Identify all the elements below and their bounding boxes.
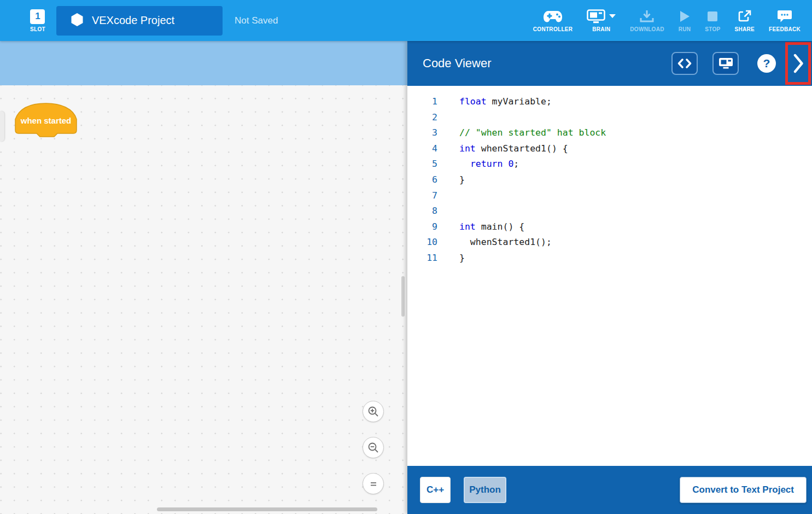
language-python-button[interactable]: Python bbox=[464, 477, 506, 503]
share-icon bbox=[738, 9, 752, 24]
line-code bbox=[437, 203, 459, 219]
line-code: // "when started" hat block bbox=[437, 125, 606, 141]
line-number: 4 bbox=[407, 141, 437, 157]
top-toolbar: 1 SLOT VEXcode Project Not Saved bbox=[0, 0, 812, 41]
code-line: 8 bbox=[407, 203, 812, 219]
code-editor-area[interactable]: 1float myVariable;23// "when started" ha… bbox=[407, 86, 812, 466]
code-line: 10 whenStarted1(); bbox=[407, 235, 812, 250]
run-icon bbox=[679, 9, 691, 24]
line-number: 3 bbox=[407, 125, 437, 141]
code-line: 9int main() { bbox=[407, 219, 812, 235]
run-label: RUN bbox=[679, 26, 691, 32]
code-line: 4int whenStarted1() { bbox=[407, 141, 812, 157]
line-number: 7 bbox=[407, 188, 437, 204]
code-viewer-header: Code Viewer ? bbox=[407, 41, 812, 86]
line-number: 11 bbox=[407, 250, 437, 266]
code-lines: 1float myVariable;23// "when started" ha… bbox=[407, 94, 812, 266]
toolbar-actions: CONTROLLER BRAIN bbox=[526, 9, 808, 32]
help-button[interactable]: ? bbox=[757, 54, 776, 73]
collapse-panel-button[interactable] bbox=[788, 45, 808, 82]
slot-label: SLOT bbox=[30, 26, 45, 32]
chevron-right-icon bbox=[793, 54, 804, 73]
language-cpp-button[interactable]: C++ bbox=[420, 477, 451, 503]
code-brackets-icon bbox=[677, 59, 692, 68]
code-line: 6} bbox=[407, 172, 812, 188]
controller-button[interactable]: CONTROLLER bbox=[526, 9, 580, 32]
line-code: } bbox=[437, 250, 465, 266]
share-button[interactable]: SHARE bbox=[728, 9, 762, 32]
line-number: 2 bbox=[407, 110, 437, 126]
zoom-reset-button[interactable] bbox=[363, 473, 384, 494]
stop-label: STOP bbox=[705, 26, 720, 32]
feedback-label: FEEDBACK bbox=[769, 26, 801, 32]
code-line: 11} bbox=[407, 250, 812, 266]
line-code: int whenStarted1() { bbox=[437, 141, 568, 157]
blocks-workspace: when started bbox=[0, 41, 407, 514]
code-view-toggle-button[interactable] bbox=[671, 52, 698, 75]
project-name: VEXcode Project bbox=[92, 14, 174, 27]
code-line: 2 bbox=[407, 110, 812, 126]
code-viewer-title: Code Viewer bbox=[423, 56, 492, 71]
slot-number: 1 bbox=[35, 11, 40, 22]
line-code: float myVariable; bbox=[437, 94, 552, 110]
line-code: int main() { bbox=[437, 219, 524, 235]
brain-button[interactable]: BRAIN bbox=[580, 9, 623, 32]
line-number: 5 bbox=[407, 156, 437, 172]
line-number: 10 bbox=[407, 235, 437, 250]
brain-icon bbox=[587, 9, 616, 24]
stop-icon bbox=[707, 9, 718, 24]
code-line: 5 return 0; bbox=[407, 156, 812, 172]
line-code bbox=[437, 110, 459, 126]
save-status: Not Saved bbox=[235, 15, 278, 26]
when-started-label: when started bbox=[14, 116, 78, 125]
workspace-canvas[interactable]: when started bbox=[0, 85, 407, 514]
question-mark-icon: ? bbox=[763, 57, 770, 70]
vertical-scrollbar[interactable] bbox=[401, 276, 405, 317]
brain-label: BRAIN bbox=[592, 26, 610, 32]
feedback-button[interactable]: FEEDBACK bbox=[762, 9, 808, 32]
code-line: 7 bbox=[407, 188, 812, 204]
download-icon bbox=[639, 9, 655, 24]
hexagon-icon bbox=[71, 13, 84, 29]
convert-to-text-project-button[interactable]: Convert to Text Project bbox=[680, 477, 807, 503]
share-label: SHARE bbox=[735, 26, 755, 32]
line-number: 8 bbox=[407, 203, 437, 219]
code-line: 1float myVariable; bbox=[407, 94, 812, 110]
run-button[interactable]: RUN bbox=[671, 9, 698, 32]
zoom-reset-icon bbox=[368, 478, 379, 489]
line-code: whenStarted1(); bbox=[437, 235, 552, 250]
zoom-out-icon bbox=[367, 442, 379, 454]
palette-edge-tab bbox=[0, 111, 4, 142]
brain-view-toggle-button[interactable] bbox=[712, 52, 739, 75]
controller-label: CONTROLLER bbox=[533, 26, 573, 32]
annotation-highlight-red-box bbox=[785, 42, 811, 85]
zoom-out-button[interactable] bbox=[363, 437, 384, 458]
brain-screen-icon bbox=[718, 57, 733, 69]
project-name-button[interactable]: VEXcode Project bbox=[56, 6, 223, 36]
slot-icon: 1 bbox=[30, 9, 45, 24]
feedback-icon bbox=[777, 9, 792, 24]
zoom-in-icon bbox=[367, 406, 379, 418]
line-number: 9 bbox=[407, 219, 437, 235]
line-code: } bbox=[437, 172, 465, 188]
zoom-in-button[interactable] bbox=[363, 401, 384, 422]
controller-icon bbox=[543, 9, 563, 24]
code-viewer-panel: Code Viewer ? bbox=[407, 41, 812, 514]
slot-button[interactable]: 1 SLOT bbox=[30, 9, 45, 32]
when-started-block[interactable]: when started bbox=[14, 103, 79, 140]
line-code: return 0; bbox=[437, 156, 519, 172]
horizontal-scrollbar[interactable] bbox=[157, 507, 377, 511]
vexcode-app: 1 SLOT VEXcode Project Not Saved bbox=[0, 0, 812, 514]
download-button[interactable]: DOWNLOAD bbox=[623, 9, 671, 32]
line-number: 6 bbox=[407, 172, 437, 188]
brain-dropdown-caret bbox=[609, 14, 616, 18]
line-number: 1 bbox=[407, 94, 437, 110]
line-code bbox=[437, 188, 459, 204]
code-line: 3// "when started" hat block bbox=[407, 125, 812, 141]
workspace-toolbox-strip bbox=[0, 41, 407, 85]
code-viewer-footer: C++ Python Convert to Text Project bbox=[407, 466, 812, 514]
download-label: DOWNLOAD bbox=[630, 26, 664, 32]
stop-button[interactable]: STOP bbox=[698, 9, 727, 32]
